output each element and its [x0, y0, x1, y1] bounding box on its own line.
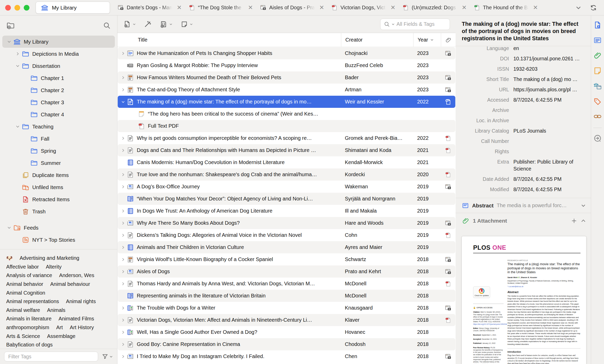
- tag[interactable]: Animal behavior: [6, 281, 43, 287]
- field-value[interactable]: 10.1371/journal.pone.0261 …: [509, 55, 591, 62]
- table-row[interactable]: Thomas Hardy and Animals by Anna West, a…: [118, 278, 455, 290]
- field-value[interactable]: The making of a (dog) mo …: [509, 76, 591, 83]
- field-value[interactable]: 1932-6203: [509, 66, 591, 72]
- table-row[interactable]: Victorian Dogs, Victorian Men: Affect an…: [118, 314, 455, 326]
- tag[interactable]: Art History: [70, 325, 94, 330]
- close-tab-icon[interactable]: ✕: [461, 5, 467, 11]
- tag[interactable]: Animals: [47, 307, 65, 313]
- table-row[interactable]: Canis Modernis: Human/Dog Coevolution in…: [118, 156, 455, 168]
- table-row[interactable]: The Cat-and-Dog Theory of Attachment Sty…: [118, 84, 455, 96]
- tag[interactable]: Anderson, Wes: [59, 272, 94, 278]
- table-row[interactable]: A Dog’s Box-Office JourneyWakeman2019: [118, 181, 455, 193]
- tag[interactable]: 🐶: [6, 255, 13, 261]
- tag-filter-options[interactable]: [102, 353, 113, 360]
- field-value[interactable]: [509, 138, 591, 145]
- pane-tab-locate[interactable]: [593, 134, 602, 144]
- tag[interactable]: Animal behaviour: [50, 281, 90, 287]
- pane-tab-attachments[interactable]: [593, 51, 602, 61]
- tag[interactable]: Analysis of variance: [6, 272, 52, 278]
- tab-document[interactable]: The Hound of the Ba✕: [470, 0, 542, 15]
- table-row[interactable]: Why is pet goods consumption imperceptib…: [118, 132, 455, 144]
- tag[interactable]: Animal welfare: [6, 307, 40, 313]
- sidebar-item-feeds[interactable]: Feeds: [2, 222, 115, 234]
- column-header-creator[interactable]: Creator: [341, 33, 413, 47]
- quick-search[interactable]: [380, 19, 450, 30]
- field-value[interactable]: [509, 148, 591, 155]
- sidebar-item-summer[interactable]: Summer: [2, 157, 115, 169]
- table-row[interactable]: Why Are There So Many Books About Dogs?H…: [118, 217, 455, 229]
- new-note-button[interactable]: [180, 20, 193, 28]
- sidebar-item-chapter-2[interactable]: Chapter 2: [2, 84, 115, 96]
- close-window-button[interactable]: [5, 5, 11, 11]
- sidebar-item-dissertation[interactable]: Dissertation: [2, 60, 115, 72]
- sidebar-item-spring[interactable]: Spring: [2, 145, 115, 157]
- tag[interactable]: Art: [56, 325, 63, 330]
- table-row[interactable]: I Tried to Make My Dog an Instagram Cele…: [118, 350, 455, 362]
- field-value[interactable]: [509, 107, 591, 114]
- table-row[interactable]: Dickens's Talking Dogs: Allegories of An…: [118, 229, 455, 241]
- field-value[interactable]: PLoS Journals: [509, 127, 591, 134]
- table-row[interactable]: Representing animals in the literature o…: [118, 290, 455, 302]
- tag[interactable]: Affective labor: [6, 264, 39, 270]
- sidebar-item-unfiled-items[interactable]: Unfiled Items: [2, 181, 115, 193]
- new-item-button[interactable]: [123, 20, 136, 28]
- tag[interactable]: Animals in literature: [6, 316, 52, 322]
- table-row[interactable]: How Famous Writers Mourned the Death of …: [118, 71, 455, 84]
- table-row[interactable]: The Trouble with Dogs for a WriterKnausg…: [118, 302, 455, 314]
- quick-search-input[interactable]: [396, 21, 447, 27]
- table-row[interactable]: Good Boy: Canine Representation in Cinem…: [118, 338, 455, 350]
- tag[interactable]: Babyfication of dogs: [6, 342, 53, 348]
- attachment-preview-card[interactable]: PLOS ONE Check for updates 🔓 OPEN ACCESS…: [462, 236, 586, 364]
- field-value[interactable]: 8/7/2024, 6:42:55 PM: [509, 96, 591, 103]
- new-attachment-button[interactable]: [160, 20, 173, 28]
- pane-tab-notes[interactable]: [593, 66, 602, 76]
- sidebar-item-chapter-4[interactable]: Chapter 4: [2, 108, 115, 120]
- tab-document[interactable]: (Un)muzzled: Dogs i✕: [399, 0, 470, 15]
- pane-tab-abstract[interactable]: [593, 36, 602, 46]
- attachment-row[interactable]: “The dog hero has been critical to the s…: [118, 108, 455, 120]
- field-value[interactable]: 8/7/2024, 6:42:55 PM: [509, 176, 591, 183]
- column-header-year[interactable]: Year: [413, 33, 441, 47]
- table-row[interactable]: Virginia Woolf's Little-Known Biography …: [118, 253, 455, 265]
- field-value[interactable]: en: [509, 46, 591, 52]
- tag[interactable]: Arts & Science: [6, 333, 40, 339]
- tag[interactable]: Animal Cognition: [6, 290, 45, 296]
- table-row[interactable]: In Dogs We Trust: An Anthology of Americ…: [118, 205, 455, 217]
- field-value[interactable]: [509, 117, 591, 124]
- attachment-row[interactable]: Full Text PDF: [118, 120, 455, 132]
- tab-document[interactable]: Dante’s Dogs - Man✕: [114, 0, 185, 15]
- field-value[interactable]: Publisher: Public Library of Science: [509, 158, 591, 172]
- sidebar-item-depictions-in-media[interactable]: Depictions In Media: [2, 48, 115, 60]
- field-value[interactable]: https://journals.plos.org/pl …: [509, 86, 591, 93]
- sidebar-item-duplicate-items[interactable]: Duplicate Items: [2, 169, 115, 181]
- table-row[interactable]: Animals and Their Children in Victorian …: [118, 241, 455, 253]
- sidebar-item-chapter-3[interactable]: Chapter 3: [2, 96, 115, 108]
- table-row[interactable]: Ryan Gosling & Margot Robbie: The Puppy …: [118, 59, 455, 71]
- table-row[interactable]: The making of a (dog) movie star: The ef…: [118, 96, 455, 108]
- tag[interactable]: Advertising and Marketing: [20, 255, 79, 261]
- zoom-window-button[interactable]: [24, 5, 29, 11]
- abstract-section-header[interactable]: Abstract The media is a powerful forc…: [456, 198, 591, 213]
- tab-document[interactable]: Aisles of Dogs - Pra✕: [257, 0, 328, 15]
- table-row[interactable]: Aisles of DogsPrato and Kehrt2018: [118, 265, 455, 278]
- tab-document[interactable]: “The Dog Stole the ✕: [185, 0, 257, 15]
- table-row[interactable]: How the Humanization of Pets Is Changing…: [118, 47, 455, 59]
- close-tab-icon[interactable]: ✕: [390, 5, 396, 11]
- table-row[interactable]: “When Your Dog Matches Your Decor”: Obje…: [118, 193, 455, 205]
- close-tab-icon[interactable]: ✕: [533, 5, 538, 11]
- tab-document[interactable]: Victorian Dogs, Vict✕: [328, 0, 399, 15]
- tag[interactable]: Alterity: [46, 264, 61, 270]
- tag[interactable]: Animal representations: [6, 298, 59, 304]
- field-value[interactable]: 8/7/2024, 6:42:55 PM: [509, 186, 591, 193]
- sidebar-item-chapter-1[interactable]: Chapter 1: [2, 72, 115, 84]
- tag-filter-input[interactable]: [4, 352, 98, 361]
- sidebar-item-retracted-items[interactable]: Retracted Items: [2, 193, 115, 205]
- tag[interactable]: anthropomorphism: [6, 325, 49, 330]
- pane-tab-libraries-collections[interactable]: [593, 82, 602, 91]
- pane-tab-related[interactable]: [593, 112, 602, 122]
- pane-tab-tags[interactable]: [593, 97, 602, 107]
- column-header-attachment[interactable]: [441, 33, 456, 47]
- column-header-title[interactable]: Title: [117, 33, 341, 47]
- tab-my-library[interactable]: My Library: [36, 2, 110, 14]
- table-row[interactable]: Dogs and Cats and Their Relationships wi…: [118, 144, 455, 156]
